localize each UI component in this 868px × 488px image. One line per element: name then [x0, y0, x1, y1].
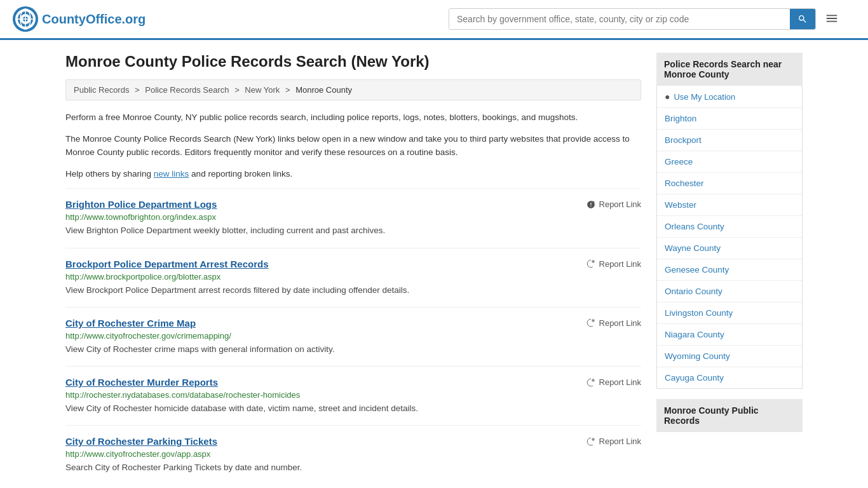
- description-2: The Monroe County Police Records Search …: [65, 132, 641, 159]
- record-title[interactable]: Brighton Police Department Logs: [65, 199, 217, 210]
- sidebar-item-ontario-county[interactable]: Ontario County: [657, 281, 802, 302]
- record-header: City of Rochester Murder Reports Report …: [65, 377, 641, 388]
- record-header: City of Rochester Parking Tickets Report…: [65, 436, 641, 447]
- sidebar-link-wyoming-county[interactable]: Wyoming County: [665, 351, 730, 361]
- sidebar-nearby-title: Police Records Search near Monroe County: [656, 53, 803, 86]
- sidebar-item-brockport[interactable]: Brockport: [657, 130, 802, 151]
- search-input[interactable]: [449, 9, 790, 29]
- main-layout: Monroe County Police Records Search (New…: [53, 40, 815, 488]
- description-1: Perform a free Monroe County, NY public …: [65, 111, 641, 125]
- sidebar-item-brighton[interactable]: Brighton: [657, 108, 802, 130]
- sidebar-link-brockport[interactable]: Brockport: [665, 135, 702, 145]
- desc3-pre: Help others by sharing: [65, 169, 154, 179]
- report-icon: [587, 378, 595, 387]
- breadcrumb-monroe-county: Monroe County: [295, 85, 352, 95]
- record-desc: Search City of Rochester Parking Tickets…: [65, 461, 641, 474]
- logo-icon: [13, 6, 38, 32]
- record-desc: View Brockport Police Department arrest …: [65, 284, 641, 297]
- record-item: Brockport Police Department Arrest Recor…: [65, 248, 641, 307]
- record-url[interactable]: http://www.brockportpolice.org/blotter.a…: [65, 272, 641, 281]
- search-icon: [797, 14, 808, 24]
- report-link[interactable]: Report Link: [587, 377, 641, 387]
- sidebar-link-rochester[interactable]: Rochester: [665, 179, 704, 188]
- breadcrumb-sep-1: >: [135, 85, 140, 95]
- report-icon: [587, 200, 595, 209]
- search-area: [449, 8, 843, 31]
- record-title[interactable]: City of Rochester Parking Tickets: [65, 436, 217, 447]
- sidebar-use-location[interactable]: ● Use My Location: [657, 86, 802, 108]
- record-header: City of Rochester Crime Map Report Link: [65, 318, 641, 329]
- record-title[interactable]: City of Rochester Crime Map: [65, 318, 196, 329]
- record-desc: View City of Rochester homicide database…: [65, 402, 641, 415]
- record-url[interactable]: http://www.cityofrochester.gov/crimemapp…: [65, 331, 641, 341]
- sidebar-item-rochester[interactable]: Rochester: [657, 173, 802, 194]
- breadcrumb-public-records[interactable]: Public Records: [74, 85, 129, 95]
- logo-text: CountyOffice.org: [42, 12, 146, 27]
- record-item: City of Rochester Crime Map Report Link …: [65, 307, 641, 366]
- report-icon: [587, 437, 595, 446]
- sidebar-bottom-title: Monroe County Public Records: [656, 399, 803, 432]
- sidebar-link-genesee-county[interactable]: Genesee County: [665, 265, 729, 274]
- logo-area: CountyOffice.org: [13, 6, 146, 32]
- record-title[interactable]: City of Rochester Murder Reports: [65, 377, 218, 388]
- sidebar-item-niagara-county[interactable]: Niagara County: [657, 324, 802, 346]
- hamburger-icon: [825, 11, 839, 25]
- record-url[interactable]: http://rochester.nydatabases.com/databas…: [65, 390, 641, 400]
- record-header: Brighton Police Department Logs Report L…: [65, 199, 641, 210]
- report-link[interactable]: Report Link: [587, 259, 641, 269]
- sidebar-item-wayne-county[interactable]: Wayne County: [657, 238, 802, 259]
- new-links-link[interactable]: new links: [154, 169, 189, 179]
- breadcrumb: Public Records > Police Records Search >…: [65, 79, 641, 100]
- desc3-post: and reporting broken links.: [189, 169, 292, 179]
- sidebar-link-wayne-county[interactable]: Wayne County: [665, 243, 721, 253]
- search-button[interactable]: [790, 9, 815, 29]
- record-title[interactable]: Brockport Police Department Arrest Recor…: [65, 259, 269, 269]
- record-desc: View City of Rochester crime maps with g…: [65, 343, 641, 356]
- report-link[interactable]: Report Link: [587, 318, 641, 328]
- header: CountyOffice.org: [0, 0, 868, 40]
- sidebar-link-orleans-county[interactable]: Orleans County: [665, 222, 724, 231]
- sidebar-item-greece[interactable]: Greece: [657, 151, 802, 173]
- record-url[interactable]: http://www.cityofrochester.gov/app.aspx: [65, 449, 641, 459]
- description-3: Help others by sharing new links and rep…: [65, 167, 641, 181]
- logo-suffix: .org: [122, 12, 146, 26]
- sidebar-link-webster[interactable]: Webster: [665, 200, 696, 210]
- sidebar-link-livingston-county[interactable]: Livingston County: [665, 308, 733, 318]
- report-icon: [587, 259, 595, 268]
- sidebar-item-genesee-county[interactable]: Genesee County: [657, 259, 802, 281]
- sidebar-item-webster[interactable]: Webster: [657, 194, 802, 216]
- record-item: City of Rochester Murder Reports Report …: [65, 366, 641, 425]
- sidebar-link-niagara-county[interactable]: Niagara County: [665, 330, 724, 339]
- menu-button[interactable]: [821, 8, 843, 31]
- record-item: City of Rochester Parking Tickets Report…: [65, 425, 641, 484]
- record-header: Brockport Police Department Arrest Recor…: [65, 259, 641, 269]
- record-url[interactable]: http://www.townofbrighton.org/index.aspx: [65, 212, 641, 222]
- report-icon: [587, 318, 595, 327]
- breadcrumb-new-york[interactable]: New York: [245, 85, 280, 95]
- use-location-link[interactable]: Use My Location: [674, 92, 735, 102]
- logo-name: CountyOffice: [42, 12, 122, 26]
- sidebar: Police Records Search near Monroe County…: [656, 53, 803, 485]
- search-input-wrapper: [449, 8, 816, 30]
- report-link-label: Report Link: [599, 259, 641, 269]
- pin-icon: ●: [665, 92, 670, 102]
- records-list: Brighton Police Department Logs Report L…: [65, 188, 641, 484]
- record-desc: View Brighton Police Department weekly b…: [65, 224, 641, 237]
- breadcrumb-sep-2: >: [234, 85, 240, 95]
- report-link[interactable]: Report Link: [587, 200, 641, 209]
- sidebar-item-orleans-county[interactable]: Orleans County: [657, 216, 802, 238]
- page-title: Monroe County Police Records Search (New…: [65, 53, 641, 71]
- sidebar-item-wyoming-county[interactable]: Wyoming County: [657, 346, 802, 367]
- report-link[interactable]: Report Link: [587, 437, 641, 446]
- breadcrumb-sep-3: >: [285, 85, 290, 95]
- sidebar-item-livingston-county[interactable]: Livingston County: [657, 302, 802, 324]
- sidebar-link-brighton[interactable]: Brighton: [665, 114, 696, 123]
- report-link-label: Report Link: [599, 377, 641, 387]
- breadcrumb-police-records-search[interactable]: Police Records Search: [145, 85, 229, 95]
- sidebar-item-cayuga-county[interactable]: Cayuga County: [657, 367, 802, 388]
- sidebar-link-ontario-county[interactable]: Ontario County: [665, 287, 722, 296]
- sidebar-link-cayuga-county[interactable]: Cayuga County: [665, 373, 724, 383]
- report-link-label: Report Link: [599, 437, 641, 446]
- sidebar-link-greece[interactable]: Greece: [665, 157, 693, 166]
- report-link-label: Report Link: [599, 200, 641, 209]
